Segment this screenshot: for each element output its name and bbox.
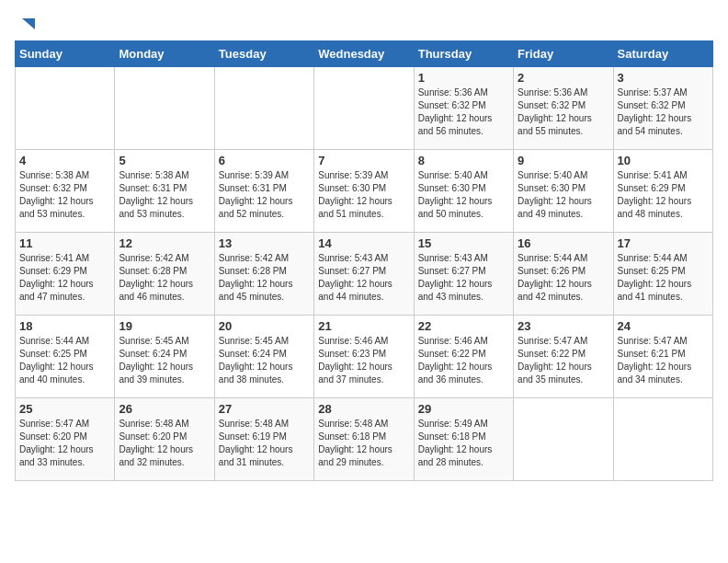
day-number: 8 [418,154,509,167]
header-day-saturday: Saturday [613,41,712,67]
day-number: 19 [119,319,210,333]
day-info: Sunrise: 5:38 AM Sunset: 6:31 PM Dayligh… [119,169,210,221]
day-cell: 17Sunrise: 5:44 AM Sunset: 6:25 PM Dayli… [613,233,712,316]
day-cell: 11Sunrise: 5:41 AM Sunset: 6:29 PM Dayli… [16,233,115,316]
day-cell [115,67,214,150]
day-info: Sunrise: 5:41 AM Sunset: 6:29 PM Dayligh… [19,252,110,304]
day-cell: 24Sunrise: 5:47 AM Sunset: 6:21 PM Dayli… [613,316,712,398]
day-number: 21 [318,319,409,333]
day-info: Sunrise: 5:43 AM Sunset: 6:27 PM Dayligh… [318,252,409,304]
day-number: 28 [318,402,409,416]
day-cell: 2Sunrise: 5:36 AM Sunset: 6:32 PM Daylig… [514,67,613,150]
day-number: 17 [618,236,709,250]
day-number: 7 [318,154,409,167]
calendar-table: SundayMondayTuesdayWednesdayThursdayFrid… [15,40,713,481]
day-info: Sunrise: 5:48 AM Sunset: 6:19 PM Dayligh… [219,418,310,469]
calendar-header: SundayMondayTuesdayWednesdayThursdayFrid… [16,41,713,67]
day-number: 25 [19,402,110,416]
day-info: Sunrise: 5:40 AM Sunset: 6:30 PM Dayligh… [518,169,609,221]
day-cell: 6Sunrise: 5:39 AM Sunset: 6:31 PM Daylig… [214,150,313,233]
day-cell: 15Sunrise: 5:43 AM Sunset: 6:27 PM Dayli… [414,233,513,316]
day-cell: 16Sunrise: 5:44 AM Sunset: 6:26 PM Dayli… [514,233,613,316]
day-info: Sunrise: 5:42 AM Sunset: 6:28 PM Dayligh… [219,252,310,304]
day-number: 10 [618,154,709,167]
day-info: Sunrise: 5:49 AM Sunset: 6:18 PM Dayligh… [418,418,509,469]
day-cell [613,398,712,481]
day-info: Sunrise: 5:39 AM Sunset: 6:31 PM Dayligh… [219,169,310,221]
day-cell [214,67,313,150]
day-number: 23 [518,319,609,333]
day-info: Sunrise: 5:43 AM Sunset: 6:27 PM Dayligh… [418,252,509,304]
day-cell: 5Sunrise: 5:38 AM Sunset: 6:31 PM Daylig… [115,150,214,233]
day-cell: 13Sunrise: 5:42 AM Sunset: 6:28 PM Dayli… [214,233,313,316]
week-row-3: 18Sunrise: 5:44 AM Sunset: 6:25 PM Dayli… [16,316,713,398]
week-row-0: 1Sunrise: 5:36 AM Sunset: 6:32 PM Daylig… [16,67,713,150]
day-number: 27 [219,402,310,416]
page-header [15,15,713,37]
day-cell: 23Sunrise: 5:47 AM Sunset: 6:22 PM Dayli… [514,316,613,398]
day-cell: 10Sunrise: 5:41 AM Sunset: 6:29 PM Dayli… [613,150,712,233]
day-info: Sunrise: 5:48 AM Sunset: 6:20 PM Dayligh… [119,418,210,469]
day-cell: 9Sunrise: 5:40 AM Sunset: 6:30 PM Daylig… [514,150,613,233]
calendar-body: 1Sunrise: 5:36 AM Sunset: 6:32 PM Daylig… [16,67,713,481]
day-number: 12 [119,236,210,250]
day-info: Sunrise: 5:36 AM Sunset: 6:32 PM Dayligh… [418,86,509,138]
header-day-thursday: Thursday [414,41,513,67]
day-info: Sunrise: 5:44 AM Sunset: 6:25 PM Dayligh… [618,252,709,304]
day-number: 4 [19,154,110,167]
day-number: 22 [418,319,509,333]
week-row-4: 25Sunrise: 5:47 AM Sunset: 6:20 PM Dayli… [16,398,713,481]
day-number: 9 [518,154,609,167]
day-cell [314,67,414,150]
day-cell [514,398,613,481]
header-day-monday: Monday [115,41,214,67]
day-info: Sunrise: 5:36 AM Sunset: 6:32 PM Dayligh… [518,86,609,138]
day-number: 24 [618,319,709,333]
day-info: Sunrise: 5:42 AM Sunset: 6:28 PM Dayligh… [119,252,210,304]
day-cell: 3Sunrise: 5:37 AM Sunset: 6:32 PM Daylig… [613,67,712,150]
day-info: Sunrise: 5:45 AM Sunset: 6:24 PM Dayligh… [119,335,210,386]
day-cell: 26Sunrise: 5:48 AM Sunset: 6:20 PM Dayli… [115,398,214,481]
day-info: Sunrise: 5:45 AM Sunset: 6:24 PM Dayligh… [219,335,310,386]
day-number: 15 [418,236,509,250]
day-info: Sunrise: 5:40 AM Sunset: 6:30 PM Dayligh… [418,169,509,221]
day-cell: 8Sunrise: 5:40 AM Sunset: 6:30 PM Daylig… [414,150,513,233]
day-number: 13 [219,236,310,250]
day-info: Sunrise: 5:47 AM Sunset: 6:20 PM Dayligh… [19,418,110,469]
week-row-2: 11Sunrise: 5:41 AM Sunset: 6:29 PM Dayli… [16,233,713,316]
logo-icon [18,17,35,33]
day-info: Sunrise: 5:38 AM Sunset: 6:32 PM Dayligh… [19,169,110,221]
day-number: 18 [19,319,110,333]
day-cell: 1Sunrise: 5:36 AM Sunset: 6:32 PM Daylig… [414,67,513,150]
day-number: 20 [219,319,310,333]
day-number: 11 [19,236,110,250]
day-number: 6 [219,154,310,167]
day-cell: 20Sunrise: 5:45 AM Sunset: 6:24 PM Dayli… [214,316,313,398]
day-cell: 7Sunrise: 5:39 AM Sunset: 6:30 PM Daylig… [314,150,414,233]
day-info: Sunrise: 5:37 AM Sunset: 6:32 PM Dayligh… [618,86,709,138]
day-info: Sunrise: 5:48 AM Sunset: 6:18 PM Dayligh… [318,418,409,469]
day-cell: 12Sunrise: 5:42 AM Sunset: 6:28 PM Dayli… [115,233,214,316]
day-cell: 25Sunrise: 5:47 AM Sunset: 6:20 PM Dayli… [16,398,115,481]
day-cell: 29Sunrise: 5:49 AM Sunset: 6:18 PM Dayli… [414,398,513,481]
day-number: 5 [119,154,210,167]
day-info: Sunrise: 5:44 AM Sunset: 6:26 PM Dayligh… [518,252,609,304]
day-info: Sunrise: 5:46 AM Sunset: 6:23 PM Dayligh… [318,335,409,386]
day-number: 26 [119,402,210,416]
day-info: Sunrise: 5:47 AM Sunset: 6:22 PM Dayligh… [518,335,609,386]
svg-marker-0 [22,18,35,29]
day-info: Sunrise: 5:39 AM Sunset: 6:30 PM Dayligh… [318,169,409,221]
day-cell: 14Sunrise: 5:43 AM Sunset: 6:27 PM Dayli… [314,233,414,316]
day-info: Sunrise: 5:41 AM Sunset: 6:29 PM Dayligh… [618,169,709,221]
day-cell [16,67,115,150]
header-day-sunday: Sunday [16,41,115,67]
day-cell: 28Sunrise: 5:48 AM Sunset: 6:18 PM Dayli… [314,398,414,481]
header-day-tuesday: Tuesday [214,41,313,67]
day-number: 16 [518,236,609,250]
day-cell: 19Sunrise: 5:45 AM Sunset: 6:24 PM Dayli… [115,316,214,398]
header-day-friday: Friday [514,41,613,67]
day-cell: 18Sunrise: 5:44 AM Sunset: 6:25 PM Dayli… [16,316,115,398]
day-cell: 21Sunrise: 5:46 AM Sunset: 6:23 PM Dayli… [314,316,414,398]
day-number: 1 [418,71,509,85]
day-info: Sunrise: 5:47 AM Sunset: 6:21 PM Dayligh… [618,335,709,386]
